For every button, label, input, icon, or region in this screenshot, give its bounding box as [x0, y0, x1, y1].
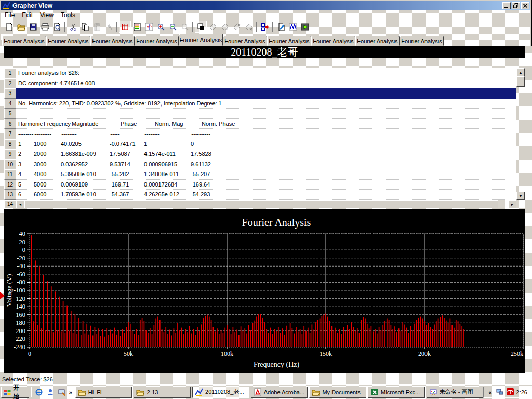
- paste-icon[interactable]: [91, 21, 103, 33]
- scroll-right-icon[interactable]: ►: [508, 200, 516, 208]
- table-row[interactable]: 7---------------------------------------…: [4, 129, 516, 139]
- cursors-icon[interactable]: [143, 21, 155, 33]
- row-cells: [16, 109, 516, 119]
- table-row[interactable]: 1Fourier analysis for $26:: [4, 68, 516, 78]
- taskbar-button-excel[interactable]: Microsoft Exc...: [368, 387, 425, 398]
- tab-fourier-analysis-1[interactable]: Fourier Analysis: [2, 36, 46, 46]
- menu-tools[interactable]: Tools: [57, 10, 79, 20]
- table-row[interactable]: 13660001.70593e-010-54.3674.26265e-012-5…: [4, 190, 516, 200]
- svg-text:-160: -160: [14, 311, 25, 318]
- cell: 4000: [34, 171, 60, 177]
- table-row[interactable]: 11440005.39508e-010-55.2821.34808e-011-5…: [4, 169, 516, 180]
- taskbar-button-folder[interactable]: My Documents: [309, 387, 366, 398]
- table-row[interactable]: 81100040.0205-0.07417110: [4, 139, 516, 150]
- scroll-down-icon[interactable]: ▼: [516, 192, 525, 200]
- tab-fourier-analysis-7[interactable]: Fourier Analysis: [267, 36, 311, 46]
- row-number: 5: [4, 109, 16, 119]
- tab-fourier-analysis-3[interactable]: Fourier Analysis: [90, 36, 135, 46]
- table-row[interactable]: 5: [4, 109, 516, 119]
- table-row[interactable]: 6HarmonicFrequencyMagnitudePhaseNorm. Ma…: [4, 119, 516, 129]
- messenger-icon[interactable]: [45, 387, 56, 398]
- tab-fourier-analysis-6[interactable]: Fourier Analysis: [223, 36, 267, 46]
- toolbar-separator: [272, 22, 273, 32]
- row-cells: No. Harmonics: 220, THD: 0.0923302 %, Gr…: [16, 99, 516, 109]
- table-row[interactable]: 9220001.66381e-00917.50874.1574e-01117.5…: [4, 149, 516, 159]
- taskbar-button-folder[interactable]: 2-13: [134, 387, 191, 398]
- tray-chevron[interactable]: «: [487, 389, 493, 395]
- legend-icon[interactable]: [131, 21, 143, 33]
- export-page-icon[interactable]: [275, 21, 287, 33]
- new-icon[interactable]: [3, 21, 15, 33]
- start-button[interactable]: 开始: [1, 387, 29, 398]
- open-icon[interactable]: [15, 21, 27, 33]
- taskbar-button-multisim[interactable]: 20110208_老...: [192, 387, 249, 398]
- hscroll-thumb[interactable]: [24, 200, 498, 208]
- overlay-icon[interactable]: [195, 21, 207, 33]
- menu-file[interactable]: File: [1, 10, 18, 20]
- cell: Norm. Phase: [202, 121, 243, 127]
- clock: 2:26: [516, 389, 527, 395]
- quicklaunch-overflow-chevron[interactable]: »: [68, 389, 74, 395]
- cell: -0.074171: [110, 141, 143, 147]
- row-number: 3: [4, 88, 16, 99]
- table-row[interactable]: 10330000.03629529.537140.0009069159.6113…: [4, 159, 516, 170]
- run-icon[interactable]: [299, 21, 311, 33]
- table-horizontal-scrollbar[interactable]: ◄ ►: [16, 200, 516, 208]
- tab-fourier-analysis-8[interactable]: Fourier Analysis: [311, 36, 355, 46]
- tag-move-icon[interactable]: [231, 21, 243, 33]
- undo-icon[interactable]: [103, 21, 115, 33]
- zoom-100-icon[interactable]: [179, 21, 191, 33]
- export-excel-icon[interactable]: [259, 21, 271, 33]
- window-title: Grapher View: [12, 2, 501, 9]
- taskbar-button-pdf[interactable]: Adobe Acroba...: [251, 387, 308, 398]
- system-tray: «2:26: [483, 387, 531, 398]
- cell: 5: [18, 181, 33, 188]
- grid-icon[interactable]: [119, 21, 131, 33]
- save-icon[interactable]: [27, 21, 39, 33]
- network-icon[interactable]: [496, 388, 504, 397]
- minimize-button[interactable]: [502, 2, 511, 9]
- menu-edit[interactable]: Edit: [18, 10, 36, 20]
- tag-edit-icon[interactable]: [219, 21, 231, 33]
- ie-icon[interactable]: [33, 387, 45, 398]
- print-icon[interactable]: [39, 21, 51, 33]
- scroll-up-icon[interactable]: ▲: [516, 68, 525, 76]
- restore-button[interactable]: [512, 2, 520, 9]
- tab-fourier-analysis-2[interactable]: Fourier Analysis: [46, 36, 90, 46]
- print-preview-icon[interactable]: [51, 21, 63, 33]
- row-cells: 220001.66381e-00917.50874.1574e-01117.58…: [16, 149, 516, 159]
- selected-row-cells: [16, 88, 516, 99]
- cell: No. Harmonics: 220, THD: 0.0923302 %, Gr…: [18, 100, 222, 107]
- vscroll-thumb[interactable]: [516, 76, 525, 87]
- table-row[interactable]: 3: [4, 88, 516, 99]
- zoom-out-icon[interactable]: [167, 21, 179, 33]
- zoom-in-icon[interactable]: [155, 21, 167, 33]
- tag-add-icon[interactable]: [207, 21, 219, 33]
- show-desktop-icon[interactable]: [56, 387, 68, 398]
- taskbar-button-paint[interactable]: 未命名 - 画图: [427, 387, 484, 398]
- close-icon[interactable]: [521, 2, 529, 9]
- cut-icon[interactable]: [67, 21, 79, 33]
- cell: -55.282: [110, 171, 143, 177]
- tag-delete-icon[interactable]: [243, 21, 255, 33]
- row-number: 10: [4, 159, 16, 170]
- menu-view[interactable]: View: [36, 10, 57, 20]
- scroll-left-icon[interactable]: ◄: [16, 200, 24, 208]
- results-table: 1Fourier analysis for $26:2DC component:…: [4, 68, 516, 200]
- taskbar-button-folder[interactable]: Hi_Fi: [75, 387, 132, 398]
- antivirus-icon[interactable]: [506, 388, 514, 397]
- table-row[interactable]: 2DC component: 4.74651e-008: [4, 78, 516, 89]
- tab-fourier-analysis-4[interactable]: Fourier Analysis: [135, 36, 179, 46]
- cell: Magnitude: [72, 121, 119, 127]
- cell: Fourier analysis for $26:: [18, 70, 79, 76]
- chart-view-icon[interactable]: [287, 21, 299, 33]
- table-vertical-scrollbar[interactable]: ▲ ▼: [516, 68, 525, 200]
- tab-fourier-analysis-9[interactable]: Fourier Analysis: [355, 36, 400, 46]
- copy-icon[interactable]: [79, 21, 91, 33]
- tab-fourier-analysis-5[interactable]: Fourier Analysis: [179, 34, 223, 46]
- cell: --------: [144, 130, 190, 137]
- table-row[interactable]: 12550000.0069109-169.710.000172684-169.6…: [4, 180, 516, 190]
- table-row[interactable]: 4No. Harmonics: 220, THD: 0.0923302 %, G…: [4, 99, 516, 109]
- tab-fourier-analysis-10[interactable]: Fourier Analysis: [400, 36, 444, 46]
- row-number: 9: [4, 149, 16, 159]
